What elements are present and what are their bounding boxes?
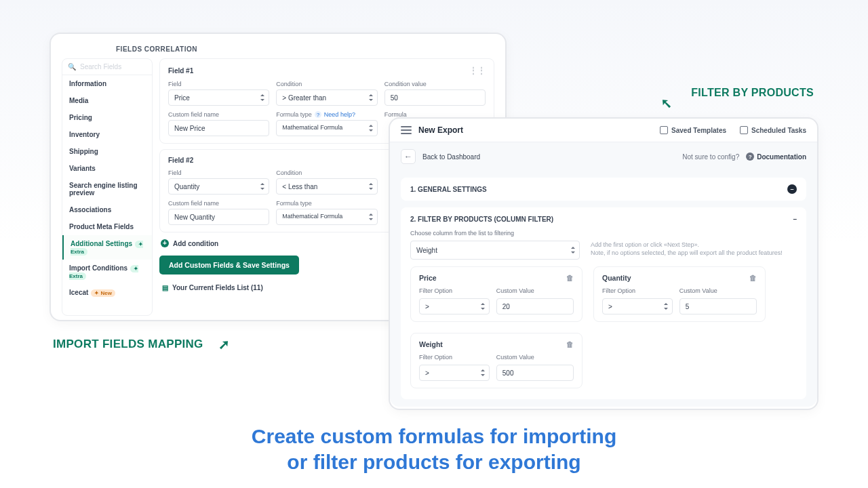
- formula-type-select[interactable]: Mathematical Formula: [276, 209, 377, 225]
- custom-field-name-label: Custom field name: [168, 111, 269, 118]
- sidebar-item-inventory[interactable]: Inventory: [62, 126, 152, 143]
- filter-option-label: Filter Option: [602, 287, 673, 294]
- field-select[interactable]: Quantity: [168, 178, 269, 195]
- custom-value-label: Custom Value: [496, 354, 574, 361]
- saved-templates-link[interactable]: Saved Templates: [660, 126, 726, 134]
- sidebar-item-media[interactable]: Media: [62, 92, 152, 109]
- menu-icon[interactable]: [401, 126, 412, 134]
- plus-icon: +: [161, 239, 169, 247]
- fields-correlation-title: FIELDS CORRELATION: [116, 45, 494, 53]
- new-badge: ✦ New: [91, 289, 115, 297]
- sidebar-item-shipping[interactable]: Shipping: [62, 143, 152, 160]
- annotation-filter-by-products: ➚ FILTER BY PRODUCTS: [691, 87, 814, 99]
- export-filter-panel: New Export Saved Templates Scheduled Tas…: [390, 119, 817, 409]
- filter-name: Weight: [419, 340, 443, 348]
- help-icon: ?: [746, 152, 754, 161]
- condition-value-label: Condition value: [384, 81, 486, 87]
- sidebar-item-seo-preview[interactable]: Search engine listing preview: [62, 177, 152, 201]
- scheduled-tasks-link[interactable]: Scheduled Tasks: [740, 126, 806, 134]
- filter-name: Quantity: [602, 274, 631, 282]
- filter-card-quantity: Quantity🗑 Filter Option > Custom Value 5: [593, 266, 766, 322]
- condition-select[interactable]: > Greater than: [276, 89, 377, 106]
- sidebar-item-meta-fields[interactable]: Product Meta Fields: [62, 218, 152, 235]
- collapse-icon: –: [787, 184, 797, 194]
- need-help-link[interactable]: Need help?: [324, 111, 355, 118]
- formula-type-label: Formula type ? Need help?: [276, 111, 377, 118]
- filter-option-label: Filter Option: [419, 354, 490, 361]
- annotation-import-fields-mapping: IMPORT FIELDS MAPPING ➚: [53, 338, 203, 351]
- sidebar-item-import-conditions[interactable]: Import Conditions✦ Extra: [62, 260, 152, 284]
- current-fields-list-label: Your Current Fields List (11): [172, 284, 263, 291]
- custom-value-input[interactable]: 5: [679, 298, 757, 314]
- drag-handle-icon[interactable]: ⋮⋮: [469, 66, 486, 75]
- field-card-title: Field #1: [168, 67, 193, 75]
- custom-value-label: Custom Value: [679, 287, 757, 294]
- custom-field-name-input[interactable]: New Price: [168, 120, 269, 136]
- sidebar-item-additional-settings[interactable]: Additional Settings✦ Extra: [62, 235, 152, 260]
- column-select[interactable]: Weight: [410, 241, 580, 260]
- section-general-settings[interactable]: 1. GENERAL SETTINGS –: [401, 178, 806, 201]
- filter-name: Price: [419, 274, 437, 282]
- field-label: Field: [168, 169, 269, 176]
- sidebar-item-information[interactable]: Information: [62, 75, 152, 92]
- filter-option-select[interactable]: >: [602, 298, 673, 314]
- custom-value-label: Custom Value: [496, 287, 574, 294]
- collapse-icon[interactable]: –: [793, 216, 797, 223]
- custom-field-name-label: Custom field name: [168, 200, 269, 207]
- condition-select[interactable]: < Less than: [276, 178, 377, 195]
- page-title: New Export: [418, 125, 463, 135]
- custom-field-name-input[interactable]: New Quantity: [168, 209, 269, 225]
- custom-value-input[interactable]: 500: [496, 365, 574, 381]
- arrow-icon: ➚: [218, 336, 230, 352]
- marketing-caption: Create custom formulas for importing or …: [0, 424, 868, 474]
- section-filter-by-products: 2. FILTER BY PRODUCTS (COLUMN FILTER) – …: [401, 207, 806, 399]
- sidebar-item-variants[interactable]: Variants: [62, 160, 152, 177]
- search-fields-input[interactable]: 🔍 Search Fields: [62, 59, 152, 75]
- add-custom-fields-save-button[interactable]: Add Custom Fields & Save Settings: [159, 256, 299, 274]
- trash-icon[interactable]: 🗑: [566, 274, 574, 282]
- export-header: New Export Saved Templates Scheduled Tas…: [390, 119, 817, 142]
- arrow-icon: ➚: [660, 95, 672, 111]
- side-hint: Add the first option or click «Next Step…: [591, 241, 783, 257]
- filter-card-weight: Weight🗑 Filter Option > Custom Value 500: [410, 333, 583, 388]
- not-sure-text: Not sure to config?: [682, 153, 739, 161]
- formula-type-select[interactable]: Mathematical Formula: [276, 120, 377, 136]
- calendar-icon: [740, 126, 748, 134]
- choose-column-hint: Choose column from the list to filtering: [410, 230, 797, 237]
- search-icon: 🔍: [68, 63, 76, 70]
- filter-option-select[interactable]: >: [419, 298, 490, 314]
- help-icon[interactable]: ?: [315, 111, 321, 118]
- filter-option-label: Filter Option: [419, 287, 490, 294]
- field-label: Field: [168, 81, 269, 87]
- back-to-dashboard-link[interactable]: ← Back to Dashboard: [401, 149, 480, 164]
- custom-value-input[interactable]: 20: [496, 298, 574, 314]
- formula-label: Formula: [384, 111, 486, 118]
- documentation-link[interactable]: ?Documentation: [746, 152, 806, 161]
- trash-icon[interactable]: 🗑: [749, 274, 757, 282]
- filter-option-select[interactable]: >: [419, 365, 490, 381]
- sidebar-item-pricing[interactable]: Pricing: [62, 109, 152, 126]
- field-card-title: Field #2: [168, 157, 193, 164]
- fields-sidebar: 🔍 Search Fields Information Media Pricin…: [62, 58, 153, 316]
- field-select[interactable]: Price: [168, 89, 269, 106]
- filter-card-price: Price🗑 Filter Option > Custom Value 20: [410, 266, 583, 322]
- list-icon: ▤: [162, 284, 168, 291]
- trash-icon[interactable]: 🗑: [566, 340, 574, 348]
- section-title: 2. FILTER BY PRODUCTS (COLUMN FILTER): [410, 216, 553, 223]
- condition-value-input[interactable]: 50: [384, 89, 486, 106]
- condition-label: Condition: [276, 81, 377, 87]
- condition-label: Condition: [276, 169, 377, 176]
- export-subheader: ← Back to Dashboard Not sure to config? …: [390, 142, 817, 171]
- sidebar-item-icecat[interactable]: Icecat✦ New: [62, 284, 152, 301]
- sidebar-item-associations[interactable]: Associations: [62, 201, 152, 218]
- formula-type-label: Formula type: [276, 200, 377, 207]
- save-icon: [660, 126, 668, 134]
- back-arrow-icon: ←: [401, 149, 416, 164]
